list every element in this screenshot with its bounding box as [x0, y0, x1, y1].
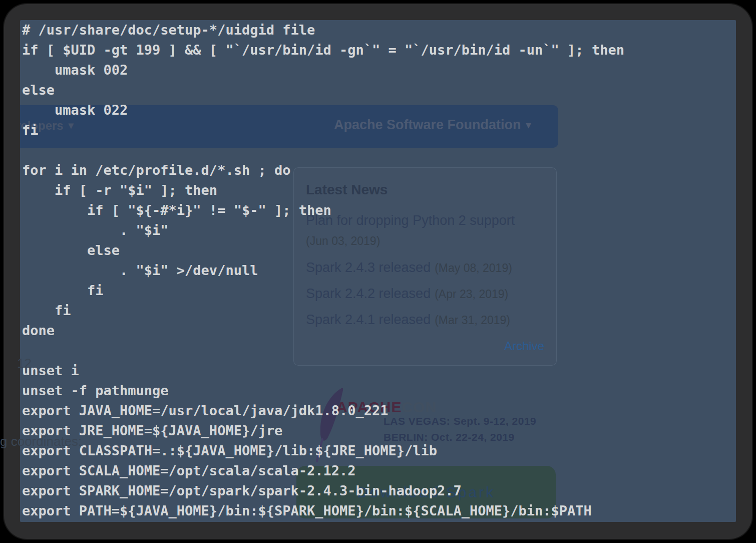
screenshot-root: velopers▾ Apache Software Foundation▾ La…: [0, 0, 756, 543]
terminal-code-text[interactable]: # /usr/share/doc/setup-*/uidgid file if …: [22, 20, 624, 521]
